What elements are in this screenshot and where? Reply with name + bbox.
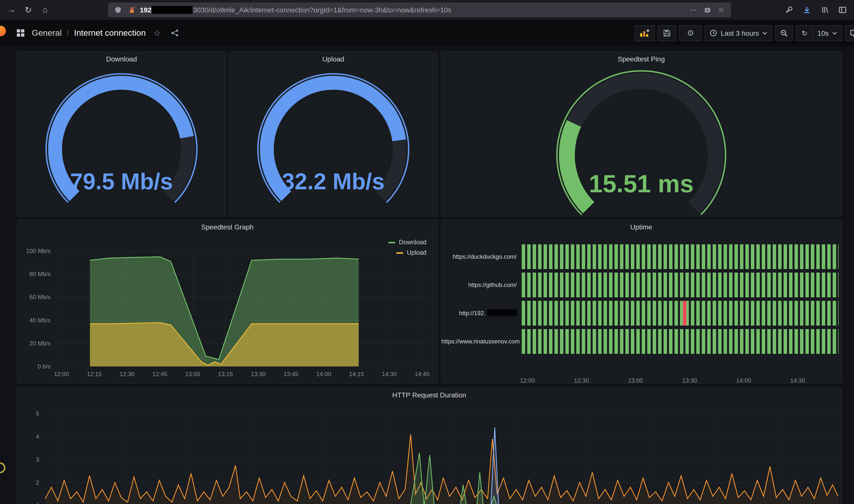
- uptime-target-label: https://github.com/: [441, 273, 522, 298]
- panel-title[interactable]: Speedtest Ping: [441, 52, 841, 66]
- chevron-down-icon: [832, 32, 837, 34]
- panel-speedtest-ping: Speedtest Ping 15.51 ms: [441, 52, 842, 217]
- time-range-picker[interactable]: Last 3 hours: [705, 25, 772, 41]
- grafana-sidebar-edge: [0, 20, 6, 504]
- browser-toolbar: → ↻ ⌂ 1923030/d/o9mle_Aik/internet-conne…: [0, 0, 854, 20]
- gear-icon: ⚙: [684, 26, 697, 39]
- legend-item-download[interactable]: Download: [388, 239, 426, 246]
- legend-label: Upload: [407, 249, 426, 256]
- axis-tick-label: 14:30: [790, 377, 805, 383]
- uptime-status-bars[interactable]: [522, 244, 839, 269]
- url-bar[interactable]: 1923030/d/o9mle_Aik/internet-connection?…: [108, 2, 731, 17]
- uptime-target-label: http://192.: [441, 301, 522, 326]
- grafana-logo-icon[interactable]: [0, 26, 6, 36]
- axis-tick-label: 13:30: [251, 371, 265, 377]
- legend-swatch: [388, 241, 396, 243]
- gauge-value: 79.5 Mb/s: [17, 170, 226, 193]
- speedtest-graph-chart: 12:0012:1512:3012:4513:0013:1513:3013:45…: [17, 220, 438, 383]
- panel-title[interactable]: Uptime: [441, 220, 841, 234]
- uptime-target-label: https://www.rinatussenov.com: [441, 329, 522, 354]
- add-panel-button[interactable]: [635, 25, 655, 41]
- panel-speedtest-graph: 12:0012:1512:3012:4513:0013:1513:3013:45…: [17, 219, 438, 383]
- axis-tick-label: 40 Mb/s: [30, 317, 51, 324]
- share-icon[interactable]: [169, 26, 181, 39]
- clock-icon: [710, 29, 717, 37]
- axis-tick-label: 12:15: [87, 371, 102, 377]
- axis-tick-label: 80 Mb/s: [30, 271, 51, 277]
- forward-button[interactable]: →: [4, 2, 19, 17]
- dashboard-grid-icon[interactable]: [14, 26, 27, 39]
- axis-tick-label: 5: [36, 410, 39, 417]
- downloads-button[interactable]: [799, 2, 814, 17]
- browser-right-icons: [782, 2, 850, 17]
- axis-tick-label: 13:45: [283, 371, 298, 377]
- help-ring-icon[interactable]: [0, 462, 5, 473]
- home-button[interactable]: ⌂: [38, 2, 53, 17]
- axis-tick-label: 12:30: [120, 371, 134, 377]
- refresh-interval-label: 10s: [818, 29, 829, 37]
- uptime-row: https://duckduckgo.com/: [441, 244, 839, 269]
- library-icon[interactable]: [817, 2, 832, 17]
- refresh-button[interactable]: ↻: [796, 25, 813, 41]
- axis-tick-label: 60 Mb/s: [30, 294, 51, 300]
- axis-tick-label: 0 b/s: [38, 363, 51, 370]
- dashboard-settings-button[interactable]: ⚙: [679, 25, 702, 41]
- breadcrumb: General / Internet connection ☆: [14, 26, 181, 39]
- panel-http-request-duration: 54321 HTTP Request Duration: [17, 388, 842, 504]
- navbar-actions: ⚙ Last 3 hours ↻ 10s: [635, 25, 854, 41]
- save-dashboard-button[interactable]: [658, 25, 676, 41]
- tracking-protection-shield-icon[interactable]: [112, 4, 124, 16]
- panel-title[interactable]: Speedtest Graph: [17, 220, 437, 234]
- pocket-icon[interactable]: [701, 4, 713, 16]
- axis-tick-label: 14:00: [316, 371, 331, 377]
- favorite-star-icon[interactable]: ☆: [151, 26, 164, 39]
- legend-swatch: [397, 252, 403, 253]
- monitor-icon: [850, 29, 854, 37]
- uptime-target-label: https://duckduckgo.com/: [441, 244, 522, 269]
- dashboard-title[interactable]: Internet connection: [74, 28, 145, 38]
- panel-title[interactable]: Download: [17, 52, 226, 66]
- page-actions-icon[interactable]: ⋯: [687, 4, 699, 16]
- zoom-out-button[interactable]: [775, 25, 793, 41]
- legend-item-upload[interactable]: Upload: [388, 249, 426, 256]
- axis-tick-label: 13:15: [218, 371, 233, 377]
- axis-tick-label: 12:00: [520, 377, 535, 383]
- uptime-row: http://192.: [441, 301, 839, 326]
- reload-button[interactable]: ↻: [21, 2, 36, 17]
- gauge-value: 15.51 ms: [441, 172, 841, 196]
- panel-download: Download 79.5 Mb/s: [17, 52, 226, 217]
- bookmark-star-icon[interactable]: ☆: [715, 4, 727, 16]
- axis-tick-label: 4: [36, 433, 39, 440]
- uptime-status-bars[interactable]: [522, 301, 839, 326]
- gauge-value: 32.2 Mb/s: [229, 170, 437, 193]
- axis-tick-label: 14:45: [415, 371, 430, 377]
- chart-legend: Download Upload: [388, 239, 426, 260]
- uptime-down-marker: [683, 301, 686, 326]
- axis-tick-label: 3: [36, 456, 39, 463]
- axis-tick-label: 100 Mb/s: [26, 248, 51, 254]
- uptime-status-bars[interactable]: [522, 329, 839, 354]
- axis-tick-label: 12:00: [54, 371, 69, 377]
- axis-tick-label: 12:45: [153, 371, 168, 377]
- axis-tick-label: 1: [36, 502, 39, 504]
- breadcrumb-root[interactable]: General: [32, 28, 62, 38]
- zoom-out-icon: [780, 29, 788, 37]
- breadcrumb-separator: /: [67, 28, 69, 38]
- panel-title[interactable]: HTTP Request Duration: [17, 388, 841, 402]
- uptime-rows: https://duckduckgo.com/https://github.co…: [441, 244, 839, 357]
- uptime-status-bars[interactable]: [522, 273, 839, 298]
- panel-title[interactable]: Upload: [229, 52, 437, 66]
- screen: → ↻ ⌂ 1923030/d/o9mle_Aik/internet-conne…: [0, 0, 854, 504]
- axis-tick-label: 13:00: [628, 377, 643, 383]
- redaction-box: [487, 309, 517, 316]
- cycle-view-button[interactable]: [845, 25, 854, 41]
- uptime-x-axis: 12:0012:3013:0013:3014:0014:30: [522, 377, 840, 383]
- wrench-icon[interactable]: [782, 2, 797, 17]
- sidebar-toggle-icon[interactable]: [835, 2, 850, 17]
- axis-tick-label: 14:30: [382, 371, 397, 377]
- panel-upload: Upload 32.2 Mb/s: [229, 52, 438, 217]
- refresh-group: ↻ 10s: [796, 25, 842, 41]
- url-path: 3030/d/o9mle_Aik/internet-connection?org…: [193, 6, 451, 14]
- refresh-interval-picker[interactable]: 10s: [813, 25, 842, 41]
- insecure-connection-icon[interactable]: [126, 4, 138, 16]
